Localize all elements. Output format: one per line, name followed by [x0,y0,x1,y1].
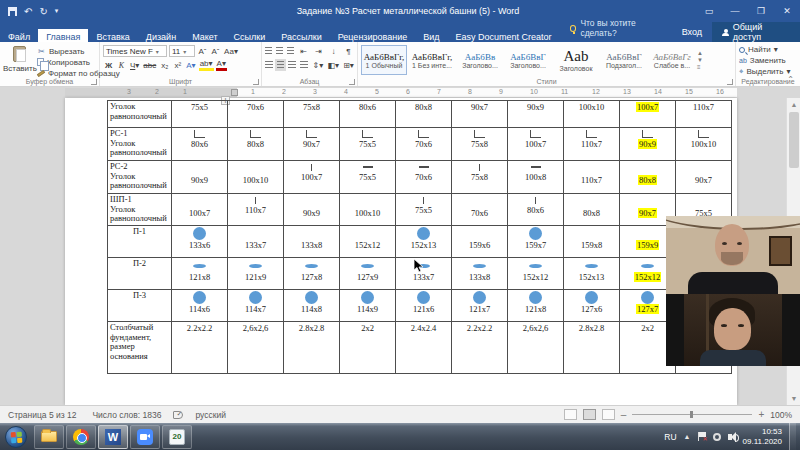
table-cell[interactable]: 110x7 [676,101,732,128]
table-cell[interactable]: 159x6 [452,226,508,258]
style-item[interactable]: АаБбВвГг,1 Обычный [361,45,407,75]
style-item[interactable]: АаБбВвГг,1 Без инте... [409,45,455,75]
replace-button[interactable]: abЗаменить [739,55,797,66]
bullet-list-icon[interactable] [265,47,272,55]
font-family-select[interactable]: Times New F▾ [103,45,167,57]
print-layout-button[interactable] [583,409,596,420]
table-cell[interactable]: 80x6 [508,194,564,226]
table-cell[interactable]: 152x13 [396,226,452,258]
share-button[interactable]: Общий доступ [712,22,800,42]
table-cell[interactable]: 2.8x2.8 [564,322,620,374]
start-button[interactable] [5,426,27,448]
zoom-out-button[interactable]: – [621,409,627,420]
clipboard-dialog-launcher-icon[interactable] [91,79,97,85]
tray-hidden-icons-chevron[interactable]: ▲ [684,433,691,440]
table-cell[interactable]: 70x6 [396,128,452,161]
table-cell[interactable]: 75x8 [452,161,508,194]
tray-settings-icon[interactable] [713,433,721,441]
table-cell[interactable]: 2.8x2.8 [284,322,340,374]
table-cell[interactable]: 121x8 [508,290,564,322]
table-cell[interactable]: 110x7 [228,194,284,226]
strikethrough-button[interactable]: abc [142,59,157,71]
styles-scroll-up-icon[interactable]: ▲ [697,50,703,56]
language-indicator[interactable]: русский [187,410,234,420]
change-case-button[interactable]: Аа▾ [223,45,239,57]
text-effects-button[interactable]: А▾ [185,59,196,71]
minimize-button[interactable]: — [722,0,748,22]
borders-icon[interactable]: ⊞▾ [343,59,354,71]
styles-more-icon[interactable]: ≡ [697,64,703,70]
word-count[interactable]: Число слов: 1836 [84,410,169,420]
volume-icon[interactable] [728,434,732,440]
indent-marker[interactable] [231,89,238,96]
table-cell[interactable]: 70x6 [452,194,508,226]
row-label[interactable]: П-1 [108,226,172,258]
increase-indent-icon[interactable]: ⇥ [313,45,324,57]
justify-icon[interactable] [300,61,308,69]
collapse-ribbon-icon[interactable]: ⌃ [787,75,794,84]
horizontal-ruler[interactable]: 321 12345678910111213141516 [0,87,800,98]
table-cell[interactable]: 2,6x2,6 [508,322,564,374]
align-center-icon[interactable] [277,61,284,69]
table-cell[interactable]: 100x10 [676,128,732,161]
table-cell[interactable]: 80x8 [396,101,452,128]
table-cell[interactable]: 114x7 [228,290,284,322]
table-cell[interactable]: 80x8 [228,128,284,161]
table-cell[interactable]: 75x8 [452,128,508,161]
align-right-icon[interactable] [288,61,296,69]
style-item[interactable]: АаБбВвГгСлабое в... [649,45,695,75]
table-cell[interactable]: 100x10 [340,194,396,226]
table-cell[interactable]: 127x6 [564,290,620,322]
taskbar-explorer-button[interactable] [34,425,64,449]
close-button[interactable]: ✕ [774,0,800,22]
style-item[interactable]: AabЗаголовок [553,45,599,75]
paragraph-dialog-launcher-icon[interactable] [349,79,355,85]
zoom-slider-thumb[interactable] [690,411,693,418]
style-item[interactable]: АаБбВвГЗаголово... [505,45,551,75]
redo-icon[interactable]: ↻ [39,6,47,17]
table-cell[interactable]: 100x7 [508,128,564,161]
row-label[interactable]: ШП-1 Уголок равнополочный [108,194,172,226]
taskbar-app-20-button[interactable]: 20 [162,425,192,449]
decrease-indent-icon[interactable]: ⇤ [298,45,309,57]
scroll-up-icon[interactable]: ▲ [787,98,800,111]
shading-icon[interactable]: ◧▾ [327,59,339,71]
row-label[interactable]: Уголок равнополочный [108,101,172,128]
grow-font-button[interactable]: Аˆ [197,45,208,57]
line-spacing-icon[interactable]: ⇕▾ [312,59,323,71]
table-cell[interactable]: 121x7 [452,290,508,322]
sort-icon[interactable]: ↓ [328,45,339,57]
tell-me-search[interactable]: Что вы хотите сделать? [570,18,672,42]
table-cell[interactable]: 70x6 [228,101,284,128]
table-cell[interactable]: 100x7 [172,194,228,226]
read-mode-button[interactable] [564,409,577,420]
taskbar-zoom-button[interactable] [130,425,160,449]
table-cell[interactable]: 110x7 [564,128,620,161]
table-cell[interactable]: 75x5 [340,161,396,194]
table-cell[interactable]: 2,6x2,6 [228,322,284,374]
style-item[interactable]: АаБбВвЗаголово... [457,45,503,75]
table-cell[interactable]: 75x8 [284,101,340,128]
table-cell[interactable]: 152x13 [564,258,620,290]
scroll-down-icon[interactable]: ▼ [787,392,800,405]
page-indicator[interactable]: Страница 5 из 12 [0,410,84,420]
row-label[interactable]: РС-1 Уголок равнополочный [108,128,172,161]
row-label[interactable]: П-2 [108,258,172,290]
table-cell[interactable]: 110x7 [564,161,620,194]
table-cell[interactable]: 114x9 [340,290,396,322]
tray-clock[interactable]: 10:53 09.11.2020 [743,427,782,447]
table-cell[interactable]: 90x9 [172,161,228,194]
style-item[interactable]: АаБбВвГПодзагол... [601,45,647,75]
styles-scroll-down-icon[interactable]: ▼ [697,57,703,63]
taskbar-chrome-button[interactable] [66,425,96,449]
sign-in-button[interactable]: Вход [672,27,712,37]
table-cell[interactable]: 127x8 [284,258,340,290]
bold-button[interactable]: Ж [103,59,114,71]
table-cell[interactable]: 90x9 [508,101,564,128]
multilevel-list-icon[interactable] [287,47,294,55]
table-cell[interactable]: 133x8 [284,226,340,258]
maximize-button[interactable]: ❐ [748,0,774,22]
table-cell[interactable]: 152x12 [340,226,396,258]
table-cell[interactable]: 80x8 [564,194,620,226]
scrollbar-thumb[interactable] [789,112,799,168]
